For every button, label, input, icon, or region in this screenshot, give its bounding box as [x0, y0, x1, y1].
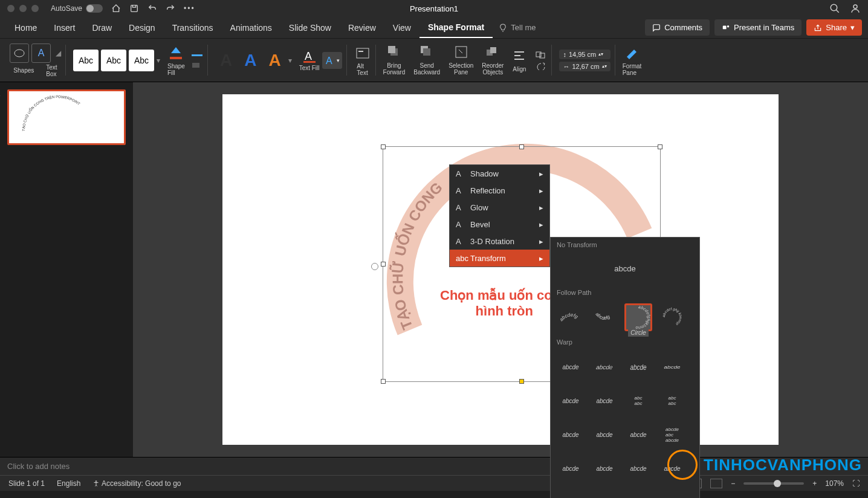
tab-view[interactable]: View — [384, 18, 419, 37]
align-button[interactable]: Align — [512, 48, 526, 73]
rotate-button[interactable] — [535, 62, 547, 70]
format-pane-button[interactable]: Format Pane — [618, 41, 647, 79]
warp-4[interactable]: abcde — [658, 356, 686, 378]
shape-style-1[interactable]: Abc — [73, 50, 99, 71]
send-backward-button[interactable]: Send Backward — [413, 45, 440, 76]
search-icon[interactable] — [829, 3, 840, 14]
tab-animations[interactable]: Animations — [222, 18, 280, 37]
zoom-out-button[interactable]: − — [731, 479, 735, 488]
tab-design[interactable]: Design — [120, 18, 164, 37]
warp-14[interactable]: abcde — [591, 454, 618, 482]
tab-shape-format[interactable]: Shape Format — [419, 18, 493, 38]
text-box-button[interactable]: A — [31, 44, 51, 63]
text-effects-menu: AShadow▸ AReflection▸ AGlow▸ ABevel▸ A3-… — [449, 164, 550, 267]
slide-thumbnail-1[interactable]: TẠO CHỮ UỐN CONG TRÊN POWERPOINT — [7, 89, 126, 145]
fx-bevel[interactable]: ABevel▸ — [450, 216, 549, 233]
edit-shape-icon[interactable]: ◢ — [56, 49, 61, 57]
tab-transitions[interactable]: Transitions — [164, 18, 222, 37]
follow-path-circle[interactable]: abcdefghijklmnoCircle — [624, 303, 652, 331]
fx-shadow[interactable]: AShadow▸ — [450, 165, 549, 182]
autosave-label: AutoSave — [51, 4, 82, 13]
warp-1[interactable]: abcde — [557, 353, 585, 381]
warp-19[interactable]: abcde — [624, 488, 652, 498]
shape-style-2[interactable]: Abc — [101, 50, 126, 71]
reorder-objects-button[interactable]: Reorder Objects — [482, 45, 504, 76]
tab-slideshow[interactable]: Slide Show — [280, 18, 340, 37]
warp-7[interactable]: abcabc — [624, 387, 652, 415]
warp-18[interactable]: abcde — [591, 488, 618, 498]
slide-number: 1 — [0, 89, 1, 98]
follow-path-arch-down[interactable]: abcdefg — [591, 303, 618, 331]
warp-17[interactable]: abcde — [557, 488, 585, 498]
zoom-slider[interactable] — [743, 482, 804, 485]
shape-outline-button[interactable] — [191, 52, 203, 59]
warp-8[interactable]: abcabc — [658, 387, 686, 415]
svg-rect-0 — [131, 5, 138, 12]
follow-path-arch-up[interactable]: abcdefg — [557, 303, 585, 331]
fx-transform[interactable]: abcTransform▸ — [450, 250, 549, 267]
window-controls[interactable] — [7, 5, 39, 12]
account-icon[interactable] — [850, 3, 861, 14]
language-indicator[interactable]: English — [57, 479, 80, 488]
autosave-toggle[interactable]: AutoSave — [51, 4, 103, 13]
selection-pane-button[interactable]: Selection Pane — [449, 45, 473, 76]
height-input[interactable]: ↕14,95 cm▴▾ — [559, 50, 610, 59]
follow-path-button[interactable]: abcdef ghij klmnop — [658, 303, 686, 331]
warp-9[interactable]: abcde — [557, 421, 585, 448]
home-icon[interactable] — [111, 4, 121, 13]
rotation-icon: A — [456, 236, 465, 246]
group-button[interactable] — [535, 51, 547, 59]
warp-2[interactable]: abcde — [589, 353, 620, 381]
present-teams-button[interactable]: Present in Teams — [714, 19, 802, 36]
wordart-style-1[interactable]: A — [215, 51, 237, 70]
fit-window-button[interactable]: ⛶ — [852, 479, 860, 488]
slide-indicator: Slide 1 of 1 — [8, 479, 45, 488]
rotation-handle[interactable] — [371, 263, 378, 270]
warp-6[interactable]: abcde — [591, 387, 618, 415]
comments-button[interactable]: Comments — [645, 19, 710, 36]
warp-10[interactable]: abcde — [591, 421, 618, 448]
style-more-icon[interactable]: ▾ — [157, 56, 160, 65]
width-input[interactable]: ↔12,67 cm▴▾ — [559, 62, 610, 71]
tab-home[interactable]: Home — [6, 18, 45, 37]
warp-11[interactable]: abcde — [624, 421, 652, 448]
tell-me[interactable]: Tell me — [499, 23, 536, 32]
shapes-gallery[interactable] — [10, 44, 29, 63]
fx-3d-rotation[interactable]: A3-D Rotation▸ — [450, 233, 549, 250]
shape-effects-button[interactable] — [191, 62, 203, 69]
zoom-level[interactable]: 107% — [825, 479, 844, 488]
alt-text-button[interactable]: Alt Text — [349, 41, 376, 79]
wordart-style-3[interactable]: A — [264, 51, 285, 70]
qat-more-icon[interactable]: ••• — [184, 4, 195, 13]
wordart-style-2[interactable]: A — [239, 51, 261, 70]
save-icon[interactable] — [129, 4, 139, 13]
fx-reflection[interactable]: AReflection▸ — [450, 182, 549, 199]
fx-glow[interactable]: AGlow▸ — [450, 199, 549, 216]
shape-style-3[interactable]: Abc — [129, 50, 154, 71]
bring-forward-button[interactable]: Bring Forward — [383, 45, 406, 76]
zoom-in-button[interactable]: + — [812, 479, 817, 488]
redo-icon[interactable] — [166, 4, 175, 13]
transform-icon: abc — [456, 253, 465, 263]
share-button[interactable]: Share ▾ — [806, 19, 862, 36]
undo-icon[interactable] — [147, 4, 157, 13]
warp-5[interactable]: abcde — [557, 387, 585, 415]
svg-text:abcdefg: abcdefg — [595, 311, 612, 321]
accessibility-button[interactable]: Accessibility: Good to go — [92, 479, 181, 488]
tab-review[interactable]: Review — [340, 18, 384, 37]
text-fill-button[interactable]: A — [302, 49, 317, 63]
warp-15[interactable]: abcde — [624, 454, 652, 482]
no-transform-preset[interactable]: abcde — [551, 252, 699, 285]
text-effects-button[interactable]: A ▾ — [322, 52, 342, 69]
reorder-icon — [485, 45, 500, 59]
warp-3[interactable]: abcde — [624, 349, 652, 385]
tab-draw[interactable]: Draw — [83, 18, 120, 37]
tab-insert[interactable]: Insert — [45, 18, 83, 37]
wordart-more-icon[interactable]: ▾ — [288, 56, 292, 65]
warp-12[interactable]: abcdeabcabcde — [658, 421, 686, 448]
warp-20[interactable]: abcde — [658, 488, 686, 498]
shape-fill-button[interactable] — [167, 45, 184, 62]
svg-rect-10 — [303, 61, 316, 63]
warp-13[interactable]: abcde — [557, 454, 585, 482]
reflection-icon: A — [456, 186, 465, 195]
